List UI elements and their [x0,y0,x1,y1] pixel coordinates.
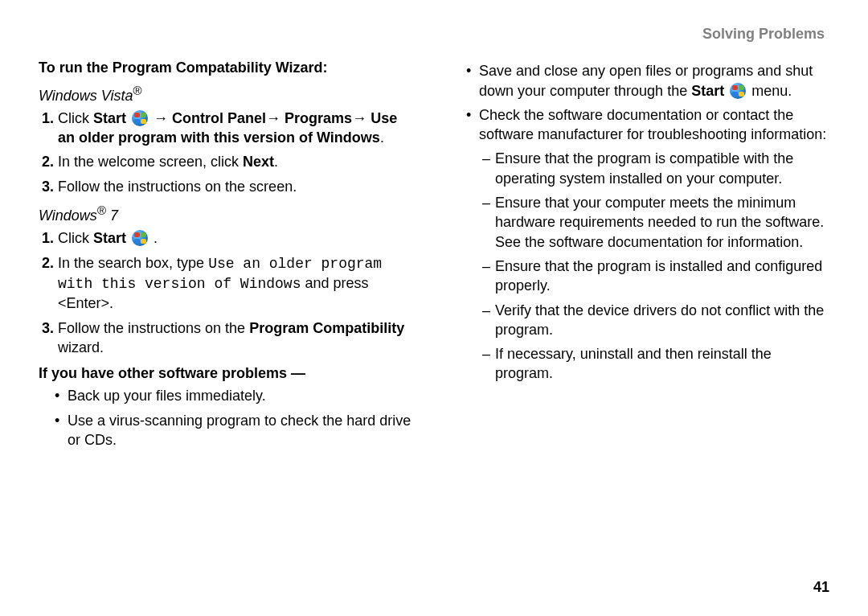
list-item: Ensure that the program is installed and… [482,257,829,296]
text: Click [58,230,93,246]
vista-step-3: Follow the instructions on the screen. [58,177,418,196]
start-orb-icon [132,230,148,246]
windows-vista-heading: Windows Vista® [39,83,418,105]
win7-step-3: Follow the instructions on the Program C… [58,318,418,358]
control-panel-label: Control Panel [172,110,266,126]
list-item: Use a virus-scanning program to check th… [55,411,418,450]
text: Follow the instructions on the [58,320,249,336]
text: wizard. [58,339,104,355]
registered-mark: ® [133,84,142,97]
right-bullets-list: Save and close any open files or program… [450,61,829,144]
section-header: Solving Problems [39,24,829,43]
list-item: Back up your files immediately. [55,386,418,405]
heading-num: 7 [106,207,118,224]
arrow: → [154,110,172,126]
two-column-layout: To run the Program Compatability Wizard:… [39,58,829,454]
start-orb-icon [730,83,746,99]
next-label: Next [243,154,274,170]
win7-step-1: Click Start . [58,228,418,248]
list-item: Ensure that your computer meets the mini… [482,193,829,252]
right-dashes-list: Ensure that the program is compatible wi… [450,149,829,383]
list-item: Ensure that the program is compatible wi… [482,149,829,188]
start-label: Start [691,83,724,99]
right-column: Save and close any open files or program… [450,58,829,454]
start-orb-icon [132,110,148,126]
arrow: → [266,110,285,126]
document-page: Solving Problems To run the Program Comp… [0,0,868,616]
win7-steps-list: Click Start . In the search box, type Us… [39,228,418,357]
list-item: Check the software documentation or cont… [466,105,829,145]
list-item: If necessary, uninstall and then reinsta… [482,344,829,384]
start-label: Start [93,110,126,126]
run-wizard-heading: To run the Program Compatability Wizard: [39,58,418,77]
heading-text: Windows [39,207,97,224]
other-problems-heading: If you have other software problems — [39,363,418,383]
dot: . [274,154,278,170]
vista-step-2: In the welcome screen, click Next. [58,152,418,171]
list-item: Verify that the device drivers do not co… [482,301,829,340]
left-column: To run the Program Compatability Wizard:… [39,58,418,454]
programs-label: Programs [285,110,352,126]
registered-mark: ® [97,203,106,217]
dot: . [149,230,158,246]
text: menu. [747,83,792,99]
win7-step-2: In the search box, type Use an older pro… [58,253,418,314]
arrow: → [352,110,371,126]
vista-step-1: Click Start → Control Panel→ Programs→ U… [58,109,418,148]
text: In the welcome screen, click [58,154,243,170]
other-problems-list: Back up your files immediately. Use a vi… [39,386,418,450]
heading-text: Windows Vista [39,88,133,104]
text: Click [58,110,93,126]
program-compat-label: Program Compatibility [249,320,404,336]
list-item: Save and close any open files or program… [466,61,829,101]
start-label: Start [93,230,126,246]
page-number: 41 [813,577,829,597]
text: In the search box, type [58,255,208,271]
windows-7-heading: Windows® 7 [39,203,418,225]
vista-steps-list: Click Start → Control Panel→ Programs→ U… [39,109,418,196]
dot: . [380,129,384,146]
